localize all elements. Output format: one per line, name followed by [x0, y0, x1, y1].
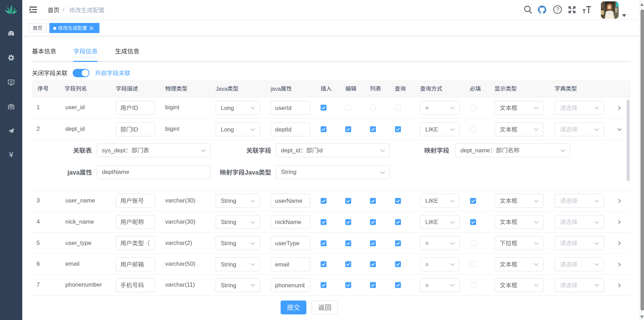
svg-text:String: String — [221, 219, 236, 225]
svg-text:=: = — [425, 261, 429, 268]
svg-text:?: ? — [556, 7, 559, 13]
svg-text:LIKE: LIKE — [425, 126, 438, 133]
svg-text:ID: ID — [132, 105, 138, 111]
svg-text:nickName: nickName — [275, 219, 301, 225]
svg-text:=: = — [425, 240, 429, 247]
svg-text:String: String — [221, 261, 236, 268]
svg-text:deptId: deptId — [275, 127, 291, 133]
svg-text:userName: userName — [275, 198, 302, 204]
svg-text:sys_dept: sys_dept — [102, 147, 126, 154]
svg-text:dept_name: dept_name — [460, 147, 490, 154]
svg-text:LIKE: LIKE — [425, 198, 438, 204]
svg-text:String: String — [221, 198, 236, 204]
svg-text:phonenumber: phonenumber — [275, 282, 305, 288]
svg-text:ID: ID — [132, 127, 138, 133]
svg-text:dept_id: dept_id — [281, 147, 300, 154]
svg-text:Java: Java — [216, 86, 227, 92]
svg-text:java: java — [67, 169, 80, 176]
svg-text:=: = — [425, 282, 429, 289]
svg-text:Long: Long — [221, 105, 234, 111]
svg-text:java: java — [270, 86, 281, 92]
svg-text:Long: Long — [221, 126, 234, 133]
svg-text:userType: userType — [275, 240, 299, 246]
svg-text:email: email — [275, 262, 289, 267]
svg-text:=: = — [425, 105, 429, 111]
svg-text:String: String — [221, 282, 236, 289]
svg-text:id: id — [318, 147, 323, 154]
svg-text:userId: userId — [275, 105, 291, 111]
svg-text:String: String — [221, 240, 236, 247]
svg-text:Java: Java — [245, 169, 259, 176]
svg-text:LIKE: LIKE — [425, 219, 438, 225]
